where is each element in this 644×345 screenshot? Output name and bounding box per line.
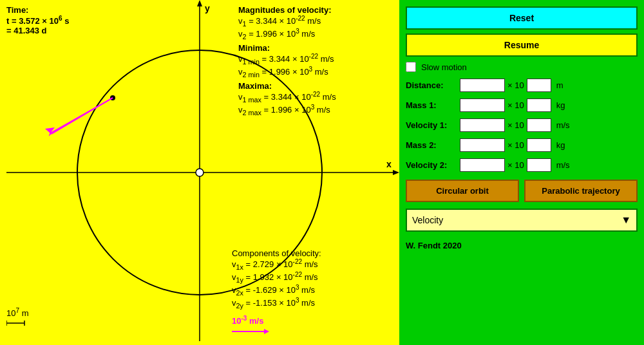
mass2-label: Mass 2: [406,140,457,150]
mass1-input[interactable]: 5.970 [460,98,505,112]
svg-text:x: x [386,159,392,169]
circular-orbit-button[interactable]: Circular orbit [406,180,519,202]
velocity1-row: Velocity 1: 3.344 × 10 -22 m/s [406,118,638,132]
v1-magnitude: v1 = 3.344 × 10-22 m/s [238,15,336,28]
dropdown-row: Velocity Position ▼ [406,209,638,232]
mass2-unit: kg [556,140,565,150]
credit-text: W. Fendt 2020 [406,241,638,250]
svg-marker-1 [393,170,399,175]
slow-motion-row: Slow motion [406,62,638,72]
distance-label: Distance: [406,80,457,90]
magnitudes-panel: Magnitudes of velocity: v1 = 3.344 × 10-… [238,5,336,117]
minima-title: Minima: [238,43,336,53]
v1y: v1y = 1.932 × 10-22 m/s [232,271,321,284]
time-display: Time: t = 3.572 × 106 s = 41.343 d [6,5,69,35]
space-scale-label: 107 m [6,307,28,327]
controls-panel: Reset Resume Slow motion Distance: 1.000… [399,0,644,345]
resume-button[interactable]: Resume [406,33,638,57]
distance-row: Distance: 1.000 × 10 8 m [406,79,638,92]
distance-exp-input[interactable]: 8 [527,79,551,92]
v2-magnitude: v2 = 1.996 × 103 m/s [238,28,336,41]
velocity1-exp-input[interactable]: -22 [527,118,551,132]
svg-line-11 [50,98,113,133]
mass1-row: Mass 1: 5.970 × 10 24 kg [406,98,638,112]
dropdown-wrapper: Velocity Position ▼ [406,209,638,232]
mass2-row: Mass 2: 1.000 × 10 0 kg [406,138,638,152]
v1-max: v1 max = 3.344 × 10-22 m/s [238,91,336,104]
velocity1-x10: × 10 [507,120,524,130]
velocity2-exp-input[interactable]: 3 [527,158,551,172]
velocity1-unit: m/s [556,120,570,130]
mass1-exp-input[interactable]: 24 [527,98,551,112]
mass1-x10: × 10 [507,100,524,110]
mass2-exp-input[interactable]: 0 [527,138,551,152]
distance-x10: × 10 [507,80,524,90]
slow-motion-checkbox[interactable] [406,62,416,72]
maxima-title: Maxima: [238,81,336,91]
velocity1-input[interactable]: 3.344 [460,118,505,132]
v2y: v2y = -1.153 × 103 m/s [232,297,321,310]
mass1-label: Mass 1: [406,100,457,110]
velocity2-label: Velocity 2: [406,160,457,170]
reset-button[interactable]: Reset [406,6,638,30]
v2-min: v2 min = 1.996 × 103 m/s [238,66,336,79]
slow-motion-label: Slow motion [421,62,467,72]
velocity2-unit: m/s [556,160,570,170]
mass2-input[interactable]: 1.000 [460,138,505,152]
velocity1-label: Velocity 1: [406,120,457,130]
components-title: Components of velocity: [232,248,321,258]
svg-marker-3 [197,0,202,6]
svg-point-7 [196,169,204,176]
velocity-scale-label: 10-3 m/s [232,315,270,336]
v2-max: v2 max = 1.996 × 103 m/s [238,104,336,117]
parabolic-trajectory-button[interactable]: Parabolic trajectory [524,180,638,202]
v1-min: v1 min = 3.344 × 10-22 m/s [238,53,336,66]
mass2-x10: × 10 [507,140,524,150]
time-days: = 41.343 d [6,26,47,35]
distance-unit: m [556,80,564,90]
magnitudes-title: Magnitudes of velocity: [238,5,336,15]
distance-input[interactable]: 1.000 [460,79,505,92]
velocity2-input[interactable]: 1.996 [460,158,505,172]
velocity2-row: Velocity 2: 1.996 × 10 3 m/s [406,158,638,172]
v1x: v1x = 2.729 × 10-22 m/s [232,258,321,271]
components-panel: Components of velocity: v1x = 2.729 × 10… [232,248,321,310]
svg-marker-17 [264,329,269,334]
simulation-panel: x y Time: t = 3.572 × 106 s = 41.343 d M… [0,0,399,345]
simulation-svg: x y [0,0,399,345]
time-label: Time: [6,5,28,15]
display-dropdown[interactable]: Velocity Position [406,209,638,232]
v2x: v2x = -1.629 × 103 m/s [232,284,321,297]
velocity2-x10: × 10 [507,160,524,170]
svg-text:y: y [205,3,210,14]
mass1-unit: kg [556,100,565,110]
orbit-buttons-row: Circular orbit Parabolic trajectory [406,180,638,202]
